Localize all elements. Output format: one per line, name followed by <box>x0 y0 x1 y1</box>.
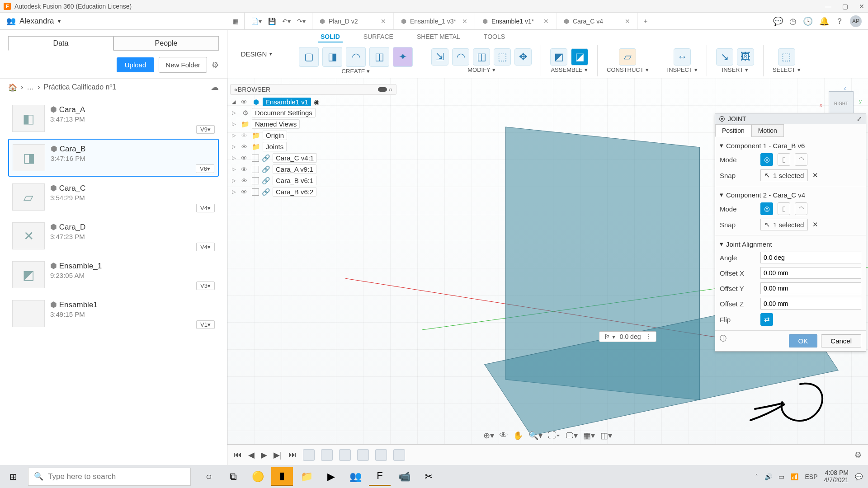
app-icon[interactable]: ▮ <box>271 467 293 486</box>
more-icon[interactable]: ⋮ <box>645 333 651 340</box>
language-indicator[interactable]: ESP <box>805 473 817 480</box>
timeline-settings-icon[interactable]: ⚙ <box>854 450 862 460</box>
joint-icon[interactable]: ◪ <box>571 48 588 66</box>
notifications-icon[interactable]: 🔔 <box>819 16 829 26</box>
taskview-icon[interactable]: ⧉ <box>222 467 244 486</box>
zoom-icon[interactable]: 🔍▾ <box>528 431 542 441</box>
collapse-icon[interactable]: « <box>234 86 238 93</box>
offsetx-input[interactable] <box>760 267 861 279</box>
file-item[interactable]: ✕ ⬢ Cara_D 3:47:23 PM V4▾ <box>8 217 219 254</box>
new-component-icon[interactable]: ◩ <box>550 48 567 66</box>
group-inspect[interactable]: INSPECT ▾ <box>667 66 698 73</box>
clear-icon[interactable]: ✕ <box>812 171 818 179</box>
alignment-header[interactable]: ▾ Joint Alignment <box>720 238 861 250</box>
angle-input[interactable] <box>760 252 861 263</box>
fusion-icon[interactable]: F <box>369 467 391 486</box>
close-button[interactable]: ✕ <box>859 3 864 10</box>
ok-button[interactable]: OK <box>789 334 818 347</box>
insert-derive-icon[interactable]: ↘ <box>716 48 733 66</box>
joint-tab-position[interactable]: Position <box>715 124 751 137</box>
extensions-icon[interactable]: 💬 <box>773 16 783 26</box>
tab-people[interactable]: People <box>113 36 219 51</box>
chrome-icon[interactable]: 🟡 <box>247 467 269 486</box>
start-button[interactable]: ⊞ <box>0 465 26 488</box>
ribbon-tab-solid[interactable]: SOLID <box>318 32 343 42</box>
plane-icon[interactable]: ▱ <box>619 48 636 66</box>
upload-button[interactable]: Upload <box>117 57 155 72</box>
timeline-play-icon[interactable]: ▶ <box>261 450 267 460</box>
tab-data[interactable]: Data <box>8 36 113 51</box>
version-badge[interactable]: V6▾ <box>196 164 214 173</box>
movies-icon[interactable]: ▶ <box>320 467 342 486</box>
version-badge[interactable]: V4▾ <box>196 243 215 251</box>
joint-tab-motion[interactable]: Motion <box>751 124 784 137</box>
group-insert[interactable]: INSERT ▾ <box>722 66 748 73</box>
component1-header[interactable]: ▾ Component 1 - Cara_B v6 <box>720 140 861 151</box>
file-item[interactable]: ◨ ⬢ Cara_B 3:47:16 PM V6▾ <box>8 139 219 177</box>
tab-plan-d[interactable]: ⬢ Plan_D v2 ✕ <box>312 13 394 29</box>
group-construct[interactable]: CONSTRUCT ▾ <box>607 66 649 73</box>
timeline-next-icon[interactable]: ▶| <box>274 450 282 460</box>
version-badge[interactable]: V3▾ <box>196 282 215 290</box>
ribbon-tab-surface[interactable]: SURFACE <box>361 32 396 42</box>
file-menu-icon[interactable]: 📄▾ <box>251 18 262 25</box>
component2-header[interactable]: ▾ Component 2 - Cara_C v4 <box>720 189 861 201</box>
mode-two-edge-icon[interactable]: ◠ <box>795 153 807 166</box>
workspace-switcher[interactable]: DESIGN ▾ <box>227 30 286 78</box>
new-folder-button[interactable]: New Folder <box>159 57 207 73</box>
fit-icon[interactable]: ⛶▾ <box>548 431 560 441</box>
wifi-icon[interactable]: 📶 <box>791 473 798 480</box>
combine-icon[interactable]: ⬚ <box>494 48 511 66</box>
mode-two-edge-icon[interactable]: ◠ <box>795 202 807 215</box>
tree-node[interactable]: ▷📁Named Views <box>230 118 396 130</box>
joint-dialog[interactable]: ⦿JOINT⤢ Position Motion ▾ Component 1 - … <box>715 113 866 352</box>
fillet-icon[interactable]: ◠ <box>452 48 469 66</box>
file-item[interactable]: ◩ ⬢ Ensamble_1 9:23:05 AM V3▾ <box>8 256 219 293</box>
sketch-icon[interactable]: ▢ <box>299 47 319 67</box>
timeline-feature[interactable] <box>357 449 369 461</box>
group-create[interactable]: CREATE ▾ <box>342 68 370 75</box>
team-dropdown[interactable]: 👥 Alexandra ▾ <box>0 16 67 26</box>
timeline-feature[interactable] <box>375 449 387 461</box>
snap-selection[interactable]: ↖ 1 selected <box>760 219 808 230</box>
tree-node[interactable]: ▷👁📁Joints <box>230 141 396 152</box>
radio-icon[interactable]: ◉ <box>314 98 320 106</box>
cortana-icon[interactable]: ○ <box>198 467 220 486</box>
ribbon-tab-sheetmetal[interactable]: SHEET METAL <box>414 32 463 42</box>
timeline-prev-icon[interactable]: ◀ <box>248 450 255 460</box>
measure-icon[interactable]: ↔ <box>674 48 691 66</box>
taskbar-clock[interactable]: 4:08 PM 4/7/2021 <box>824 469 849 483</box>
orbit-icon[interactable]: ⊕▾ <box>483 431 494 441</box>
battery-icon[interactable]: ▭ <box>778 473 784 480</box>
undo-icon[interactable]: ↶▾ <box>282 18 291 25</box>
tree-node[interactable]: ▷👁🔗Cara_B v6:1 <box>230 175 396 186</box>
form-icon[interactable]: ✦ <box>393 47 413 67</box>
snap-selection[interactable]: ↖ 1 selected <box>760 169 808 181</box>
tab-cara-c[interactable]: ⬢ Cara_C v4 ✕ <box>557 13 638 29</box>
taskbar-search[interactable]: 🔍 Type here to search <box>28 468 191 486</box>
revolve-icon[interactable]: ◠ <box>346 47 366 67</box>
tree-root[interactable]: ◢👁 ⬢ Ensamble1 v1 ◉ <box>230 97 396 107</box>
pan-icon[interactable]: ✋ <box>513 431 523 441</box>
teams-icon[interactable]: 👥 <box>344 467 366 486</box>
browser-header[interactable]: « BROWSER ○ <box>230 84 396 95</box>
tree-node[interactable]: ▷👁🔗Cara_C v4:1 <box>230 152 396 164</box>
cloud-icon[interactable]: ☁ <box>211 82 219 92</box>
help-icon[interactable]: ？ <box>835 16 844 27</box>
ribbon-tab-tools[interactable]: TOOLS <box>481 32 508 42</box>
box-icon[interactable]: ◫ <box>369 47 389 67</box>
redo-icon[interactable]: ↷▾ <box>297 18 306 25</box>
timeline-end-icon[interactable]: ⏭ <box>288 450 297 460</box>
tab-close-icon[interactable]: ✕ <box>543 18 549 25</box>
clear-icon[interactable]: ✕ <box>812 221 818 229</box>
mode-between-icon[interactable]: ▯ <box>778 202 790 215</box>
display-icon[interactable]: 🖵▾ <box>566 431 578 441</box>
tree-node[interactable]: ▷⚙Document Settings <box>230 107 396 118</box>
move-icon[interactable]: ✥ <box>514 48 532 66</box>
zoom-icon[interactable]: 📹 <box>393 467 415 486</box>
mode-between-icon[interactable]: ▯ <box>778 153 790 166</box>
clock-icon[interactable]: 🕓 <box>803 16 813 26</box>
file-item[interactable]: ⬢ Ensamble1 3:49:15 PM V1▾ <box>8 295 219 332</box>
user-avatar[interactable]: AP <box>850 15 862 27</box>
maximize-button[interactable]: ▢ <box>842 3 848 10</box>
